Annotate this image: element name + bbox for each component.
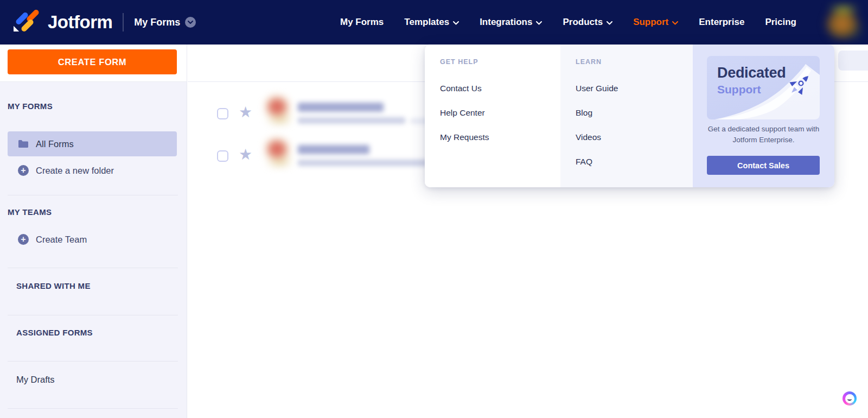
jotform-my-forms-page: Jotform My Forms My Forms Templates Inte… (0, 0, 868, 418)
form-thumbnail-blurred (265, 95, 291, 124)
chevron-down-icon (672, 17, 678, 28)
form-subtitle-blurred (298, 117, 405, 124)
support-menu-item-videos[interactable]: Videos (576, 125, 687, 149)
nav-item-enterprise[interactable]: Enterprise (699, 17, 744, 28)
top-navbar: Jotform My Forms My Forms Templates Inte… (0, 0, 868, 45)
nav-item-templates[interactable]: Templates (404, 17, 459, 28)
chat-assistant-button[interactable] (843, 391, 857, 406)
contact-sales-button[interactable]: Contact Sales (707, 156, 820, 175)
dedicated-support-promo-panel: Dedicated Support Get a dedicated suppor… (693, 45, 834, 187)
navbar-divider (123, 13, 124, 31)
learn-header: LEARN (576, 58, 602, 66)
get-help-header: GET HELP (440, 58, 478, 66)
toolbar-control-partial[interactable] (838, 50, 868, 71)
create-form-button[interactable]: CREATE FORM (8, 49, 177, 74)
user-avatar[interactable] (827, 8, 860, 37)
sidebar-divider (8, 361, 178, 362)
logo-text: Jotform (48, 12, 112, 33)
jotform-logo-icon (13, 9, 42, 35)
chevron-down-icon (453, 17, 459, 28)
support-menu-item-my-requests[interactable]: My Requests (440, 125, 555, 149)
user-avatar-image (825, 5, 863, 39)
support-menu-get-help-column: GET HELP Contact Us Help Center My Reque… (425, 45, 560, 187)
sidebar-item-shared-with-me[interactable]: SHARED WITH ME (16, 281, 91, 290)
form-select-checkbox[interactable] (217, 150, 228, 162)
sidebar-item-assigned-forms[interactable]: ASSIGNED FORMS (16, 328, 93, 337)
sidebar: CREATE FORM MY FORMS All Forms + Create … (0, 45, 187, 418)
support-menu-item-user-guide[interactable]: User Guide (576, 76, 687, 100)
create-new-folder-button[interactable]: + Create a new folder (8, 165, 114, 176)
support-dropdown-menu: GET HELP Contact Us Help Center My Reque… (425, 45, 834, 187)
nav-item-support[interactable]: Support (633, 17, 678, 28)
nav-item-products[interactable]: Products (563, 17, 612, 28)
promo-subheading: Support (717, 83, 761, 96)
support-menu-item-help-center[interactable]: Help Center (440, 100, 555, 125)
promo-description: Get a dedicated support team with Jotfor… (703, 124, 825, 146)
support-menu-item-contact-us[interactable]: Contact Us (440, 76, 555, 100)
sidebar-top-section: CREATE FORM (0, 45, 187, 82)
sidebar-divider (8, 268, 178, 268)
form-title-blurred (298, 145, 369, 154)
create-team-label: Create Team (36, 235, 87, 245)
favorite-star-icon[interactable]: ★ (239, 105, 252, 120)
sidebar-divider (8, 195, 178, 195)
nav-item-pricing[interactable]: Pricing (765, 17, 796, 28)
support-menu-item-blog[interactable]: Blog (576, 100, 687, 125)
main-navigation: My Forms Templates Integrations Products… (340, 17, 796, 28)
form-subtitle-blurred (298, 160, 427, 166)
nav-item-my-forms[interactable]: My Forms (340, 17, 384, 28)
form-title-blurred (298, 103, 384, 112)
support-menu-learn-column: LEARN User Guide Blog Videos FAQ (560, 45, 693, 187)
chevron-down-icon (607, 17, 612, 28)
promo-heading: Dedicated (717, 65, 786, 81)
form-thumbnail-blurred (265, 137, 291, 167)
chevron-down-icon (536, 17, 542, 28)
plus-circle-icon: + (18, 165, 29, 176)
chat-face-icon (845, 394, 854, 403)
create-team-button[interactable]: + Create Team (8, 234, 87, 245)
workspace-switcher[interactable]: My Forms (134, 17, 196, 28)
sidebar-item-my-drafts[interactable]: My Drafts (16, 375, 55, 385)
sidebar-item-all-forms[interactable]: All Forms (8, 131, 177, 156)
support-menu-item-faq[interactable]: FAQ (576, 149, 687, 174)
chevron-down-icon (185, 17, 196, 28)
all-forms-label: All Forms (36, 139, 74, 149)
my-teams-section-header: MY TEAMS (8, 207, 52, 217)
workspace-label: My Forms (134, 17, 180, 28)
sidebar-divider (8, 315, 178, 315)
favorite-star-icon[interactable]: ★ (239, 147, 252, 162)
dedicated-support-card: Dedicated Support (707, 56, 820, 119)
folder-icon (18, 140, 29, 148)
rocket-icon (783, 70, 814, 102)
create-folder-label: Create a new folder (36, 166, 114, 176)
jotform-logo[interactable]: Jotform (13, 9, 112, 35)
plus-circle-icon: + (18, 234, 29, 245)
my-forms-section-header: MY FORMS (8, 102, 53, 111)
nav-item-integrations[interactable]: Integrations (480, 17, 542, 28)
form-select-checkbox[interactable] (217, 108, 228, 119)
sidebar-divider (8, 408, 178, 409)
